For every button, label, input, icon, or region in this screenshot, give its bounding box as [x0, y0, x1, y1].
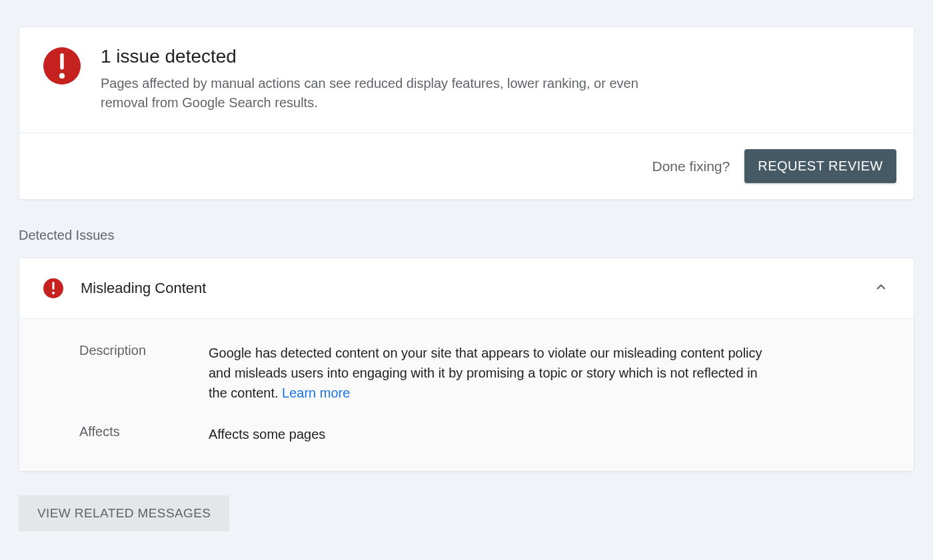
svg-point-3	[52, 292, 55, 294]
issue-title: Misleading Content	[81, 280, 872, 297]
issue-header[interactable]: Misleading Content	[19, 258, 914, 318]
alert-icon	[43, 47, 81, 85]
issue-card: Misleading Content Description Google ha…	[19, 258, 914, 471]
issue-summary-card: 1 issue detected Pages affected by manua…	[19, 27, 914, 200]
issue-summary-text: 1 issue detected Pages affected by manua…	[101, 46, 674, 113]
learn-more-link[interactable]: Learn more	[282, 386, 350, 400]
description-value: Google has detected content on your site…	[209, 343, 768, 403]
svg-point-1	[59, 73, 65, 79]
issue-summary-title: 1 issue detected	[101, 46, 674, 67]
affects-value: Affects some pages	[209, 424, 325, 444]
issue-body: Description Google has detected content …	[19, 318, 914, 471]
detected-issues-heading: Detected Issues	[19, 228, 914, 243]
affects-label: Affects	[43, 424, 209, 444]
svg-rect-2	[53, 282, 55, 290]
description-row: Description Google has detected content …	[43, 343, 890, 403]
alert-icon	[43, 278, 63, 298]
svg-rect-0	[60, 53, 63, 69]
view-related-messages-button[interactable]: VIEW RELATED MESSAGES	[19, 495, 229, 531]
chevron-up-icon	[872, 278, 890, 298]
issue-summary-body: 1 issue detected Pages affected by manua…	[19, 27, 914, 133]
issue-summary-footer: Done fixing? REQUEST REVIEW	[19, 133, 914, 199]
description-label: Description	[43, 343, 209, 403]
affects-row: Affects Affects some pages	[43, 424, 890, 444]
done-fixing-label: Done fixing?	[652, 158, 730, 174]
request-review-button[interactable]: REQUEST REVIEW	[744, 149, 896, 183]
issue-summary-subtitle: Pages affected by manual actions can see…	[101, 74, 674, 113]
